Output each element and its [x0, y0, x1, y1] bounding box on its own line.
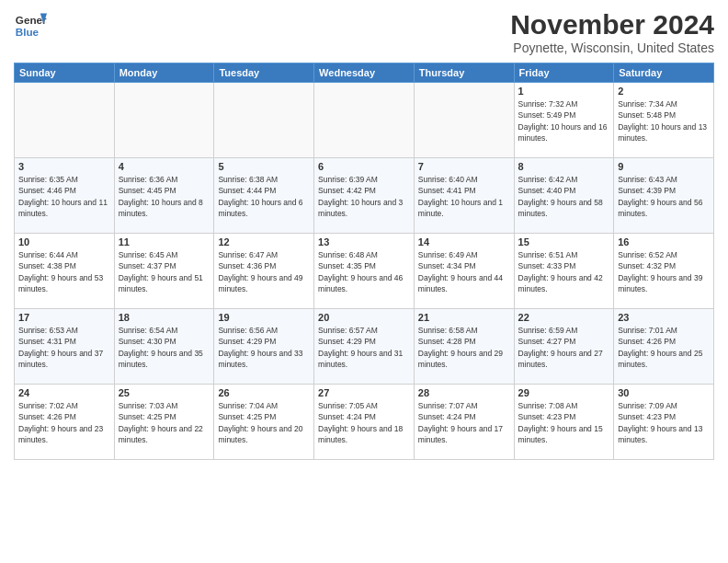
cell-w1-d4: 7Sunrise: 6:40 AM Sunset: 4:41 PM Daylig… [414, 158, 514, 234]
cell-w4-d4: 28Sunrise: 7:07 AM Sunset: 4:24 PM Dayli… [414, 385, 514, 460]
day-number: 13 [318, 236, 410, 247]
cell-w2-d3: 13Sunrise: 6:48 AM Sunset: 4:35 PM Dayli… [314, 234, 415, 309]
cell-w4-d6: 30Sunrise: 7:09 AM Sunset: 4:23 PM Dayli… [614, 385, 714, 460]
day-info: Sunrise: 6:58 AM Sunset: 4:28 PM Dayligh… [418, 325, 510, 370]
day-info: Sunrise: 6:39 AM Sunset: 4:42 PM Dayligh… [318, 174, 410, 219]
day-number: 27 [318, 387, 410, 398]
cell-w0-d0 [15, 83, 115, 158]
day-info: Sunrise: 6:54 AM Sunset: 4:30 PM Dayligh… [119, 325, 210, 370]
day-info: Sunrise: 7:08 AM Sunset: 4:23 PM Dayligh… [518, 400, 610, 445]
cell-w3-d2: 19Sunrise: 6:56 AM Sunset: 4:29 PM Dayli… [214, 309, 314, 385]
day-number: 19 [218, 312, 310, 323]
col-saturday: Saturday [614, 63, 714, 83]
day-number: 3 [18, 161, 110, 172]
col-tuesday: Tuesday [214, 63, 314, 83]
cell-w4-d0: 24Sunrise: 7:02 AM Sunset: 4:26 PM Dayli… [15, 385, 115, 460]
day-info: Sunrise: 6:56 AM Sunset: 4:29 PM Dayligh… [218, 325, 310, 370]
day-info: Sunrise: 6:40 AM Sunset: 4:41 PM Dayligh… [418, 174, 510, 219]
day-info: Sunrise: 7:02 AM Sunset: 4:26 PM Dayligh… [18, 400, 110, 445]
cell-w0-d4 [414, 83, 514, 158]
cell-w3-d5: 22Sunrise: 6:59 AM Sunset: 4:27 PM Dayli… [514, 309, 614, 385]
day-number: 14 [418, 236, 510, 247]
day-number: 11 [119, 236, 210, 247]
header-row: Sunday Monday Tuesday Wednesday Thursday… [15, 63, 714, 83]
week-row-3: 17Sunrise: 6:53 AM Sunset: 4:31 PM Dayli… [15, 309, 714, 385]
cell-w2-d6: 16Sunrise: 6:52 AM Sunset: 4:32 PM Dayli… [614, 234, 714, 309]
day-info: Sunrise: 6:49 AM Sunset: 4:34 PM Dayligh… [418, 249, 510, 294]
day-info: Sunrise: 7:09 AM Sunset: 4:23 PM Dayligh… [618, 400, 710, 445]
day-number: 2 [618, 86, 710, 97]
cell-w4-d5: 29Sunrise: 7:08 AM Sunset: 4:23 PM Dayli… [514, 385, 614, 460]
cell-w3-d6: 23Sunrise: 7:01 AM Sunset: 4:26 PM Dayli… [614, 309, 714, 385]
cell-w0-d3 [314, 83, 415, 158]
day-info: Sunrise: 6:45 AM Sunset: 4:37 PM Dayligh… [119, 249, 210, 294]
day-info: Sunrise: 6:47 AM Sunset: 4:36 PM Dayligh… [218, 249, 310, 294]
cell-w3-d3: 20Sunrise: 6:57 AM Sunset: 4:29 PM Dayli… [314, 309, 415, 385]
cell-w0-d6: 2Sunrise: 7:34 AM Sunset: 5:48 PM Daylig… [614, 83, 714, 158]
cell-w3-d1: 18Sunrise: 6:54 AM Sunset: 4:30 PM Dayli… [114, 309, 214, 385]
day-info: Sunrise: 6:35 AM Sunset: 4:46 PM Dayligh… [18, 174, 110, 219]
day-info: Sunrise: 6:48 AM Sunset: 4:35 PM Dayligh… [318, 249, 410, 294]
day-info: Sunrise: 6:59 AM Sunset: 4:27 PM Dayligh… [518, 325, 610, 370]
header: General Blue November 2024 Poynette, Wis… [14, 9, 714, 55]
day-number: 7 [418, 161, 510, 172]
svg-text:Blue: Blue [16, 26, 40, 38]
cell-w4-d3: 27Sunrise: 7:05 AM Sunset: 4:24 PM Dayli… [314, 385, 415, 460]
cell-w1-d3: 6Sunrise: 6:39 AM Sunset: 4:42 PM Daylig… [314, 158, 415, 234]
day-number: 9 [618, 161, 710, 172]
week-row-0: 1Sunrise: 7:32 AM Sunset: 5:49 PM Daylig… [15, 83, 714, 158]
day-info: Sunrise: 6:42 AM Sunset: 4:40 PM Dayligh… [518, 174, 610, 219]
cell-w1-d5: 8Sunrise: 6:42 AM Sunset: 4:40 PM Daylig… [514, 158, 614, 234]
logo-icon: General Blue [14, 9, 47, 42]
col-monday: Monday [114, 63, 214, 83]
calendar-page: General Blue November 2024 Poynette, Wis… [0, 0, 728, 563]
day-number: 29 [518, 387, 610, 398]
day-number: 6 [318, 161, 410, 172]
cell-w2-d0: 10Sunrise: 6:44 AM Sunset: 4:38 PM Dayli… [15, 234, 115, 309]
day-info: Sunrise: 6:38 AM Sunset: 4:44 PM Dayligh… [218, 174, 310, 219]
day-info: Sunrise: 6:57 AM Sunset: 4:29 PM Dayligh… [318, 325, 410, 370]
cell-w4-d1: 25Sunrise: 7:03 AM Sunset: 4:25 PM Dayli… [114, 385, 214, 460]
week-row-2: 10Sunrise: 6:44 AM Sunset: 4:38 PM Dayli… [15, 234, 714, 309]
day-number: 15 [518, 236, 610, 247]
cell-w2-d2: 12Sunrise: 6:47 AM Sunset: 4:36 PM Dayli… [214, 234, 314, 309]
cell-w4-d2: 26Sunrise: 7:04 AM Sunset: 4:25 PM Dayli… [214, 385, 314, 460]
title-area: November 2024 Poynette, Wisconsin, Unite… [510, 9, 714, 55]
day-number: 16 [618, 236, 710, 247]
day-info: Sunrise: 6:52 AM Sunset: 4:32 PM Dayligh… [618, 249, 710, 294]
day-info: Sunrise: 7:32 AM Sunset: 5:49 PM Dayligh… [518, 98, 610, 144]
cell-w1-d1: 4Sunrise: 6:36 AM Sunset: 4:45 PM Daylig… [114, 158, 214, 234]
day-number: 23 [618, 312, 710, 323]
day-number: 4 [119, 161, 210, 172]
day-info: Sunrise: 6:44 AM Sunset: 4:38 PM Dayligh… [18, 249, 110, 294]
cell-w1-d0: 3Sunrise: 6:35 AM Sunset: 4:46 PM Daylig… [15, 158, 115, 234]
col-wednesday: Wednesday [314, 63, 415, 83]
week-row-1: 3Sunrise: 6:35 AM Sunset: 4:46 PM Daylig… [15, 158, 714, 234]
calendar-table: Sunday Monday Tuesday Wednesday Thursday… [14, 63, 714, 460]
cell-w0-d1 [114, 83, 214, 158]
day-number: 17 [18, 312, 110, 323]
day-number: 5 [218, 161, 310, 172]
day-number: 22 [518, 312, 610, 323]
day-info: Sunrise: 6:51 AM Sunset: 4:33 PM Dayligh… [518, 249, 610, 294]
day-number: 1 [518, 86, 610, 97]
day-info: Sunrise: 7:34 AM Sunset: 5:48 PM Dayligh… [618, 98, 710, 144]
cell-w2-d1: 11Sunrise: 6:45 AM Sunset: 4:37 PM Dayli… [114, 234, 214, 309]
day-info: Sunrise: 7:01 AM Sunset: 4:26 PM Dayligh… [618, 325, 710, 370]
day-number: 21 [418, 312, 510, 323]
day-info: Sunrise: 7:03 AM Sunset: 4:25 PM Dayligh… [119, 400, 210, 445]
day-info: Sunrise: 6:36 AM Sunset: 4:45 PM Dayligh… [119, 174, 210, 219]
col-friday: Friday [514, 63, 614, 83]
col-thursday: Thursday [414, 63, 514, 83]
day-number: 30 [618, 387, 710, 398]
cell-w0-d5: 1Sunrise: 7:32 AM Sunset: 5:49 PM Daylig… [514, 83, 614, 158]
day-number: 18 [119, 312, 210, 323]
logo: General Blue [14, 9, 47, 42]
cell-w3-d0: 17Sunrise: 6:53 AM Sunset: 4:31 PM Dayli… [15, 309, 115, 385]
cell-w2-d4: 14Sunrise: 6:49 AM Sunset: 4:34 PM Dayli… [414, 234, 514, 309]
day-info: Sunrise: 7:07 AM Sunset: 4:24 PM Dayligh… [418, 400, 510, 445]
day-info: Sunrise: 7:04 AM Sunset: 4:25 PM Dayligh… [218, 400, 310, 445]
day-info: Sunrise: 6:53 AM Sunset: 4:31 PM Dayligh… [18, 325, 110, 370]
cell-w3-d4: 21Sunrise: 6:58 AM Sunset: 4:28 PM Dayli… [414, 309, 514, 385]
day-number: 24 [18, 387, 110, 398]
